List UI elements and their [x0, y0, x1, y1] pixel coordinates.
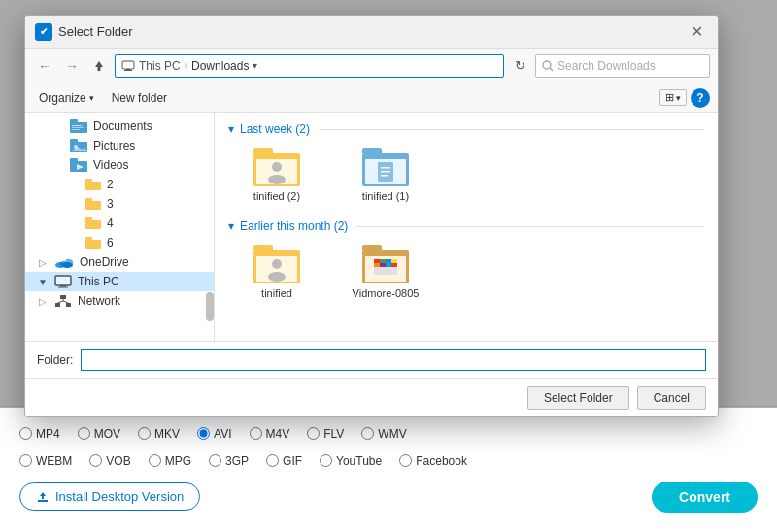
radio-mpg[interactable] [149, 454, 161, 467]
radio-webm[interactable] [19, 454, 32, 467]
sidebar-item-6[interactable]: 6 [25, 233, 214, 252]
search-box[interactable]: Search Downloads [535, 54, 710, 78]
radio-wmv[interactable] [361, 427, 374, 440]
back-button[interactable]: ← [33, 54, 56, 78]
folder-vidmore[interactable]: Vidmore-0805 [337, 241, 434, 303]
organize-button[interactable]: Organize ▾ [33, 89, 100, 107]
cancel-button[interactable]: Cancel [637, 386, 706, 410]
sidebar-item-4[interactable]: 4 [25, 214, 214, 233]
format-row-2: WEBM VOB MPG 3GP GIF YouT [19, 454, 758, 468]
folder-tinified[interactable]: tinified [228, 241, 325, 303]
radio-facebook[interactable] [399, 454, 412, 467]
folder-tinified-2[interactable]: tinified (2) [228, 144, 325, 206]
up-arrow-icon [92, 59, 106, 73]
address-dropdown-arrow[interactable]: ▾ [253, 60, 257, 71]
format-facebook[interactable]: Facebook [399, 454, 467, 468]
svg-rect-33 [60, 285, 66, 287]
radio-flv[interactable] [307, 427, 320, 440]
radio-mp4[interactable] [19, 427, 32, 440]
refresh-button[interactable]: ↻ [508, 54, 531, 78]
svg-rect-51 [380, 259, 386, 263]
person-icon [263, 159, 290, 184]
radio-mkv[interactable] [138, 427, 151, 440]
radio-vob[interactable] [89, 454, 102, 467]
sidebar-item-3[interactable]: 3 [25, 194, 214, 214]
svg-rect-53 [391, 259, 397, 263]
svg-rect-56 [386, 263, 391, 267]
format-youtube[interactable]: YouTube [320, 454, 382, 468]
format-flv[interactable]: FLV [307, 427, 344, 441]
app-actions: Install Desktop Version Convert [19, 482, 758, 513]
select-folder-button[interactable]: Select Folder [527, 386, 629, 410]
format-mp4[interactable]: MP4 [19, 427, 60, 441]
new-folder-button[interactable]: New folder [104, 89, 175, 107]
section-collapse-icon[interactable]: ▾ [228, 122, 234, 136]
dialog-title-icon: ✔ [35, 23, 52, 41]
format-avi[interactable]: AVI [197, 427, 231, 441]
video-icon-area: MP4 MOV MKV AVI M4V FLV [19, 427, 758, 476]
network-icon [54, 294, 72, 308]
toolbar2-right: ⊞ ▾ ? [659, 88, 710, 108]
address-bar[interactable]: This PC › Downloads ▾ [115, 54, 504, 78]
help-button[interactable]: ? [691, 88, 710, 108]
format-m4v[interactable]: M4V [250, 427, 290, 441]
svg-rect-36 [55, 303, 60, 307]
format-mpg[interactable]: MPG [149, 454, 191, 468]
svg-rect-34 [58, 287, 68, 288]
svg-line-8 [550, 68, 553, 71]
folder-tinified-1[interactable]: tinified (1) [337, 144, 434, 206]
svg-rect-25 [85, 220, 101, 229]
format-mkv[interactable]: MKV [138, 427, 180, 441]
svg-rect-5 [126, 69, 130, 70]
expand-icon: ▷ [37, 296, 49, 307]
view-options-button[interactable]: ⊞ ▾ [659, 89, 687, 106]
dialog-close-button[interactable]: ✕ [685, 20, 708, 44]
folder-input[interactable] [81, 349, 706, 371]
sidebar-item-pictures[interactable]: Pictures [25, 136, 214, 155]
format-3gp[interactable]: 3GP [209, 454, 249, 468]
sidebar-item-thispc[interactable]: ▼ This PC [25, 272, 214, 291]
section-divider2 [357, 226, 704, 227]
dialog-folder-input-row: Folder: [25, 341, 718, 378]
navigation-toolbar: ← → This PC › Downloads ▾ ↻ S [25, 49, 718, 83]
folder-4-icon [85, 217, 101, 229]
svg-rect-13 [72, 129, 80, 130]
radio-youtube[interactable] [320, 454, 332, 467]
colorful-icon [372, 257, 399, 281]
radio-mov[interactable] [78, 427, 90, 440]
forward-button[interactable]: → [60, 54, 84, 78]
svg-line-40 [63, 301, 69, 303]
this-pc-icon [54, 275, 72, 288]
radio-avi[interactable] [197, 427, 210, 440]
person-icon2 [263, 256, 290, 282]
svg-rect-15 [70, 139, 78, 143]
sidebar-item-videos[interactable]: Videos [25, 155, 214, 175]
svg-rect-32 [56, 277, 70, 284]
folder-6-icon [85, 237, 101, 249]
onedrive-icon [54, 256, 74, 268]
sidebar-item-network[interactable]: ▷ Network [25, 291, 214, 311]
docs-icon [372, 159, 399, 184]
format-wmv[interactable]: WMV [361, 427, 406, 441]
convert-button[interactable]: Convert [652, 482, 758, 513]
sidebar-item-onedrive[interactable]: ▷ OneDrive [25, 252, 214, 272]
sidebar-item-2[interactable]: 2 [25, 175, 214, 194]
format-webm[interactable]: WEBM [19, 454, 72, 468]
section-collapse-icon2[interactable]: ▾ [228, 219, 234, 233]
radio-3gp[interactable] [209, 454, 221, 467]
bottom-bar: MP4 MOV MKV AVI M4V FLV [0, 406, 777, 532]
format-gif[interactable]: GIF [266, 454, 302, 468]
radio-m4v[interactable] [250, 427, 262, 440]
format-mov[interactable]: MOV [78, 427, 120, 441]
install-desktop-button[interactable]: Install Desktop Version [19, 482, 200, 511]
section-divider [320, 129, 704, 130]
up-button[interactable] [87, 54, 111, 78]
section-earlier-this-month: ▾ Earlier this month (2) [228, 219, 704, 233]
videos-folder-icon [70, 158, 87, 172]
svg-point-48 [268, 272, 286, 282]
earlier-folder-grid: tinified [228, 241, 704, 303]
sidebar-scrollbar-thumb[interactable] [206, 292, 214, 321]
format-vob[interactable]: VOB [89, 454, 130, 468]
radio-gif[interactable] [266, 454, 279, 467]
sidebar-item-documents[interactable]: Documents [25, 116, 214, 136]
